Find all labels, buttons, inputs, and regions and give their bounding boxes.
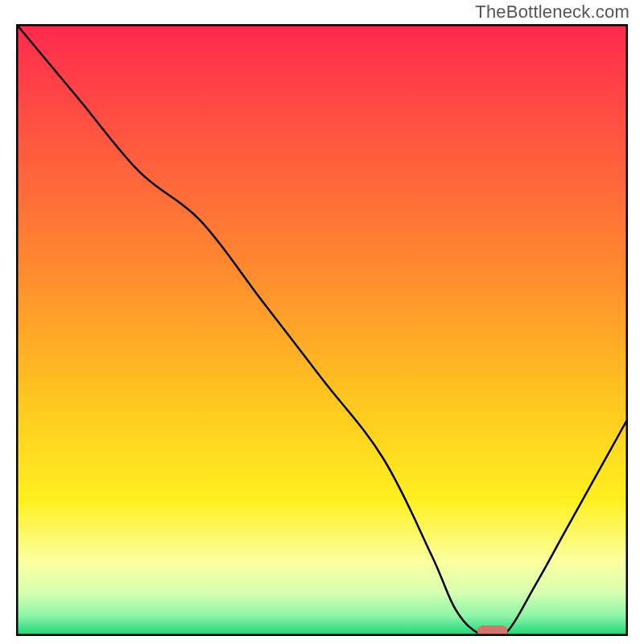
chart-background [18, 26, 626, 634]
chart-svg [16, 24, 628, 636]
bottleneck-chart [16, 24, 628, 636]
watermark-text: TheBottleneck.com [475, 2, 630, 23]
